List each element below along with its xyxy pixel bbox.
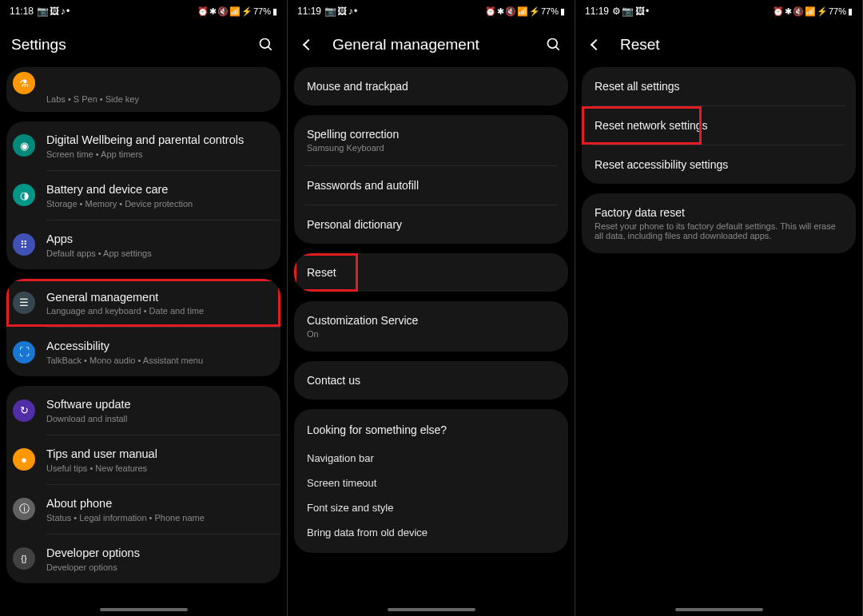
item-reset-network[interactable]: Reset network settings [582, 106, 856, 145]
search-button[interactable] [544, 35, 563, 54]
item-sub: Storage • Memory • Device protection [46, 199, 274, 209]
settings-item-software-update[interactable]: ↻ Software update Download and install [6, 386, 280, 435]
item-title: Personal dictionary [307, 218, 555, 231]
item-title: Reset all settings [595, 80, 843, 93]
page-title: General management [332, 36, 544, 54]
link-font[interactable]: Font size and style [294, 495, 568, 520]
settings-group: Mouse and trackpad [294, 67, 568, 105]
item-sub: Default apps • App settings [46, 248, 274, 258]
item-contact-us[interactable]: Contact us [294, 361, 568, 399]
item-sub: TalkBack • Mono audio • Assistant menu [46, 356, 274, 365]
status-right-icons: ⏰ ✱ 🔇 📶 ⚡ [773, 6, 827, 17]
item-title: Reset network settings [595, 119, 843, 132]
nav-handle[interactable] [675, 608, 763, 611]
item-title: Passwords and autofill [307, 179, 555, 192]
item-title: Digital Wellbeing and parental controls [46, 133, 274, 148]
settings-group: ⚗ Labs • S Pen • Side key [6, 67, 280, 112]
battery-icon: ◑ [13, 184, 35, 206]
status-battery: 77% [829, 6, 846, 16]
item-factory-reset[interactable]: Factory data reset Reset your phone to i… [582, 193, 856, 253]
status-battery: 77% [541, 6, 559, 16]
settings-item-advanced[interactable]: ⚗ Labs • S Pen • Side key [6, 67, 280, 112]
settings-group: Factory data reset Reset your phone to i… [582, 193, 856, 253]
status-left-icons: 📷 🖼 ♪ • [324, 6, 356, 17]
settings-item-developer-options[interactable]: {} Developer options Developer options [6, 535, 280, 583]
battery-icon: ▮ [848, 6, 853, 17]
status-time: 11:18 [10, 6, 34, 17]
header: Reset [575, 22, 862, 67]
item-reset[interactable]: Reset [294, 253, 568, 292]
settings-item-wellbeing[interactable]: ◉ Digital Wellbeing and parental control… [6, 121, 280, 170]
settings-group: Customization Service On [294, 301, 568, 352]
item-title: Mouse and trackpad [307, 80, 555, 93]
svg-line-1 [268, 47, 272, 50]
status-right-icons: ⏰ ✱ 🔇 📶 ⚡ [197, 6, 252, 17]
reset-list: Reset all settings Reset network setting… [575, 67, 862, 616]
link-navbar[interactable]: Navigation bar [294, 446, 568, 471]
page-title: Reset [620, 36, 851, 54]
page-title: Settings [11, 36, 257, 54]
item-reset-accessibility[interactable]: Reset accessibility settings [582, 145, 856, 184]
statusbar: 11:19 📷 🖼 ♪ • ⏰ ✱ 🔇 📶 ⚡ 77% ▮ [288, 0, 575, 22]
item-title: Customization Service [307, 314, 555, 327]
accessibility-icon: ⛶ [13, 341, 35, 364]
item-customization[interactable]: Customization Service On [294, 301, 568, 352]
chevron-left-icon [303, 39, 314, 50]
tips-icon: ● [13, 448, 35, 471]
status-left-icons: ⚙ 📷 🖼 • [612, 6, 648, 17]
item-sub: Useful tips • New features [46, 463, 274, 473]
item-title: Apps [46, 232, 274, 247]
status-time: 11:19 [585, 6, 609, 17]
settings-group: Reset all settings Reset network setting… [582, 67, 856, 184]
item-mouse-trackpad[interactable]: Mouse and trackpad [294, 67, 568, 105]
settings-item-apps[interactable]: ⠿ Apps Default apps • App settings [6, 221, 280, 269]
back-button[interactable] [299, 35, 318, 54]
settings-item-about-phone[interactable]: ⓘ About phone Status • Legal information… [6, 485, 280, 534]
back-button[interactable] [587, 35, 606, 54]
nav-handle[interactable] [388, 608, 475, 611]
item-title: Contact us [307, 374, 555, 387]
item-title: Developer options [46, 546, 274, 561]
item-sub: Language and keyboard • Date and time [46, 306, 274, 316]
header: Settings [0, 22, 287, 67]
search-icon [258, 37, 274, 53]
item-dictionary[interactable]: Personal dictionary [294, 205, 568, 244]
item-passwords[interactable]: Passwords and autofill [294, 166, 568, 205]
item-reset-all[interactable]: Reset all settings [582, 67, 856, 105]
settings-item-general-management[interactable]: ☰ General management Language and keyboa… [6, 279, 280, 328]
item-title: Reset accessibility settings [595, 158, 843, 171]
battery-icon: ▮ [560, 6, 565, 17]
item-title: Accessibility [46, 339, 274, 354]
item-title: About phone [46, 496, 274, 511]
statusbar: 11:19 ⚙ 📷 🖼 • ⏰ ✱ 🔇 📶 ⚡ 77% ▮ [575, 0, 862, 22]
link-screen-timeout[interactable]: Screen timeout [294, 471, 568, 495]
item-spelling[interactable]: Spelling correction Samsung Keyboard [294, 115, 568, 165]
labs-icon: ⚗ [13, 72, 35, 94]
item-sub: Download and install [46, 414, 274, 423]
item-sub: Samsung Keyboard [307, 143, 555, 153]
status-time: 11:19 [297, 6, 321, 17]
screen-settings: 11:18 📷 🖼 ♪ • ⏰ ✱ 🔇 📶 ⚡ 77% ▮ Settings ⚗… [0, 0, 288, 616]
settings-group: ↻ Software update Download and install ●… [6, 386, 280, 582]
item-sub: Developer options [46, 562, 274, 572]
settings-group: Spelling correction Samsung Keyboard Pas… [294, 115, 568, 244]
item-title: Software update [46, 397, 274, 412]
nav-handle[interactable] [100, 608, 188, 611]
settings-item-accessibility[interactable]: ⛶ Accessibility TalkBack • Mono audio • … [6, 328, 280, 376]
item-title: Spelling correction [307, 128, 555, 141]
search-button[interactable] [257, 35, 276, 54]
item-title: Battery and device care [46, 182, 274, 197]
item-sub: On [307, 329, 555, 339]
item-sub: Reset your phone to its factory default … [595, 221, 843, 240]
status-left-icons: 📷 🖼 ♪ • [37, 6, 69, 17]
settings-group: ◉ Digital Wellbeing and parental control… [6, 121, 280, 269]
svg-point-0 [260, 39, 270, 49]
item-title: Factory data reset [595, 206, 843, 219]
chevron-left-icon [591, 39, 602, 50]
link-bring-data[interactable]: Bring data from old device [294, 520, 568, 545]
settings-item-battery[interactable]: ◑ Battery and device care Storage • Memo… [6, 171, 280, 220]
svg-line-3 [556, 47, 559, 50]
about-icon: ⓘ [13, 498, 35, 520]
settings-item-tips[interactable]: ● Tips and user manual Useful tips • New… [6, 435, 280, 484]
apps-icon: ⠿ [13, 233, 35, 256]
